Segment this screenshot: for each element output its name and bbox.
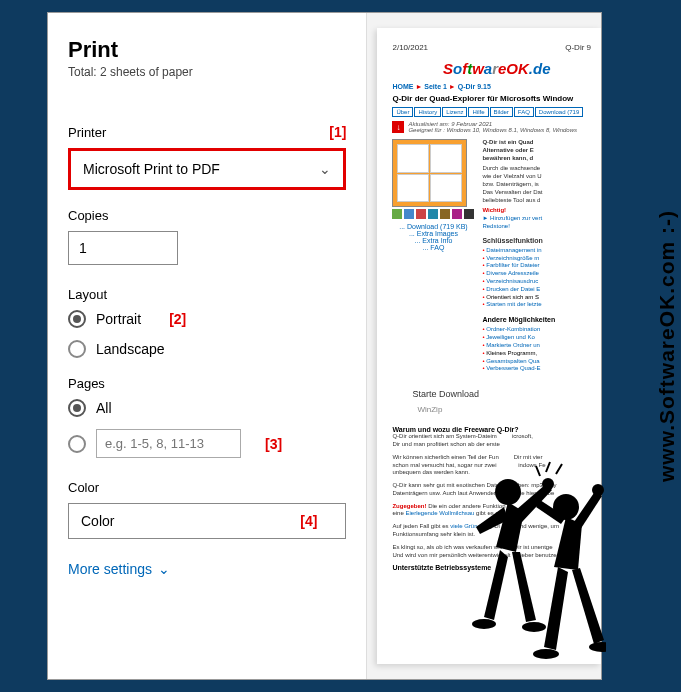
print-subtitle: Total: 2 sheets of paper <box>68 65 346 79</box>
watermark: www.SoftwareOK.com :-) <box>655 210 679 482</box>
pages-custom-radio[interactable] <box>68 435 86 453</box>
radio-icon <box>68 399 86 417</box>
para1: Q-Dir orientiert sich am System-Dateim i… <box>392 433 601 449</box>
printer-label: Printer <box>68 125 106 140</box>
copies-label: Copies <box>68 208 346 223</box>
color-label: Color <box>68 480 346 495</box>
landscape-label: Landscape <box>96 341 165 357</box>
starte-download: Starte Download <box>412 389 601 399</box>
more-settings-label: More settings <box>68 561 152 577</box>
layout-label: Layout <box>68 287 346 302</box>
svg-point-5 <box>592 484 604 496</box>
color-select[interactable]: Color [4] <box>68 503 346 539</box>
preview-date: 2/10/2021 <box>392 43 428 52</box>
dancing-figures-icon <box>466 452 606 682</box>
copies-input[interactable] <box>68 231 178 265</box>
pages-input[interactable] <box>96 429 241 458</box>
svg-point-3 <box>522 622 546 632</box>
preview-title: Q-Dir der Quad-Explorer für Microsofts W… <box>392 94 601 103</box>
why-title: Warum und wozu die Freeware Q-Dir? <box>392 426 601 433</box>
radio-icon <box>68 310 86 328</box>
svg-point-1 <box>542 478 554 490</box>
svg-point-0 <box>495 479 521 505</box>
chevron-down-icon: ⌄ <box>158 561 170 577</box>
preview-corner: Q-Dir 9 <box>565 43 591 52</box>
preview-tabs: Über History Lizenz Hilfe Bilder FAQ Dow… <box>392 107 601 117</box>
print-title: Print <box>68 37 346 63</box>
layout-portrait-radio[interactable]: Portrait [2] <box>68 310 346 328</box>
printer-select[interactable]: Microsoft Print to PDF ⌄ <box>68 148 346 190</box>
chevron-down-icon: ⌄ <box>319 161 331 177</box>
layout-landscape-radio[interactable]: Landscape <box>68 340 346 358</box>
qdir-screenshot-thumb <box>392 139 467 207</box>
radio-icon <box>68 340 86 358</box>
all-label: All <box>96 400 112 416</box>
svg-point-7 <box>589 642 606 652</box>
winzip-label: WinZip <box>417 405 601 414</box>
printer-value: Microsoft Print to PDF <box>83 161 220 177</box>
annotation-1: [1] <box>329 124 346 140</box>
color-value: Color <box>81 513 114 529</box>
svg-point-6 <box>533 649 559 659</box>
svg-point-2 <box>472 619 496 629</box>
more-settings-link[interactable]: More settings ⌄ <box>68 561 346 577</box>
preview-description: Q-Dir ist ein Quad Alternative oder E be… <box>482 139 601 379</box>
thumb-icons <box>392 209 474 219</box>
annotation-2: [2] <box>169 311 186 327</box>
annotation-3: [3] <box>265 436 282 452</box>
update-icon: ↓ <box>392 121 404 133</box>
preview-update-info: ↓ Aktualisiert am: 9 Februar 2021 Geeign… <box>392 121 601 133</box>
portrait-label: Portrait <box>96 311 141 327</box>
download-links: ... Download (719 KB) ... Extra Images .… <box>392 223 474 251</box>
preview-breadcrumb: HOME ► Seite 1 ► Q-Dir 9.15 <box>392 83 601 90</box>
annotation-4: [4] <box>300 513 317 529</box>
softwareok-logo: SoftwareOK.de <box>392 60 601 77</box>
pages-label: Pages <box>68 376 346 391</box>
radio-icon <box>68 435 86 453</box>
pages-all-radio[interactable]: All <box>68 399 346 417</box>
